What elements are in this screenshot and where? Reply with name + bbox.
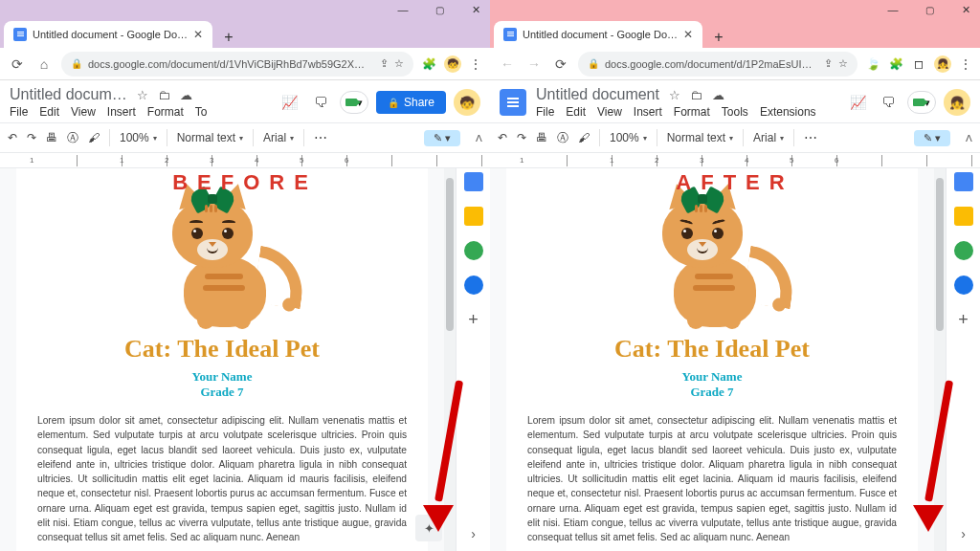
doc-heading[interactable]: Cat: The Ideal Pet — [527, 335, 897, 364]
share-url-icon[interactable]: ⇪ — [824, 57, 833, 70]
comments-icon[interactable]: 🗨 — [877, 91, 900, 114]
extension-icon-2[interactable]: ◻ — [911, 56, 926, 72]
scrollbar[interactable] — [444, 168, 456, 551]
cat-image[interactable] — [37, 182, 407, 335]
star-icon[interactable]: ☆ — [137, 88, 148, 102]
editing-mode-button[interactable]: ✎ ▾ — [914, 130, 950, 146]
ruler[interactable]: 1 1 2 3 4 5 6 — [0, 153, 490, 168]
chrome-menu-icon[interactable]: ⋮ — [959, 56, 972, 72]
doc-heading[interactable]: Cat: The Ideal Pet — [37, 335, 407, 364]
keep-icon[interactable] — [954, 207, 973, 226]
keep-icon[interactable] — [464, 207, 483, 226]
address-field[interactable]: 🔒 docs.google.com/document/d/1P2maEsUIHS… — [578, 52, 858, 77]
hide-panel-icon[interactable]: › — [471, 526, 476, 541]
calendar-icon[interactable] — [464, 172, 483, 191]
tab-close-icon[interactable]: ✕ — [193, 28, 203, 41]
menu-view[interactable]: View — [71, 105, 96, 119]
zoom-dropdown[interactable]: 100% — [610, 131, 647, 144]
window-max-icon[interactable] — [433, 3, 446, 16]
collapse-toolbar-icon[interactable]: ᐱ — [966, 133, 972, 143]
profile-avatar-icon[interactable]: 🧒 — [444, 55, 461, 73]
editing-mode-button[interactable]: ✎ ▾ — [424, 130, 460, 146]
menu-insert[interactable]: Insert — [634, 105, 662, 119]
docs-logo-icon[interactable] — [500, 89, 526, 116]
move-icon[interactable]: 🗀 — [158, 88, 170, 102]
menu-insert[interactable]: Insert — [107, 105, 136, 119]
redo-icon[interactable]: ↷ — [27, 131, 36, 144]
share-button[interactable]: Share — [376, 91, 446, 114]
chrome-menu-icon[interactable]: ⋮ — [469, 56, 482, 72]
doc-author[interactable]: Your Name — [527, 369, 897, 385]
contacts-icon[interactable] — [954, 276, 973, 295]
extension-icon[interactable]: 🍃 — [865, 56, 880, 72]
font-dropdown[interactable]: Arial — [263, 131, 294, 144]
cloud-status-icon[interactable]: ☁ — [712, 88, 724, 102]
add-addon-icon[interactable]: + — [958, 310, 969, 330]
doc-author[interactable]: Your Name — [37, 369, 407, 385]
undo-icon[interactable]: ↶ — [8, 131, 17, 144]
style-dropdown[interactable]: Normal text — [177, 131, 243, 144]
menu-tools[interactable]: To — [195, 105, 208, 119]
spellcheck-icon[interactable]: Ⓐ — [557, 130, 568, 146]
menu-extensions[interactable]: Extensions — [760, 105, 816, 119]
window-close-icon[interactable] — [959, 3, 972, 16]
tasks-icon[interactable] — [954, 241, 973, 260]
menu-view[interactable]: View — [597, 105, 622, 119]
cloud-status-icon[interactable]: ☁ — [180, 88, 192, 102]
doc-body[interactable]: Lorem ipsum dolor sit amet, consectetur … — [37, 413, 407, 545]
meet-icon[interactable]: ▾ — [340, 91, 368, 114]
calendar-icon[interactable] — [954, 172, 973, 191]
tab-close-icon[interactable]: ✕ — [683, 28, 693, 41]
collapse-toolbar-icon[interactable]: ᐱ — [476, 133, 482, 143]
profile-avatar-icon[interactable]: 👧 — [934, 55, 951, 73]
browser-tab[interactable]: Untitled document - Google Do… ✕ — [4, 21, 212, 48]
reload-icon[interactable]: ⟳ — [8, 55, 27, 74]
extensions-menu-icon[interactable]: 🧩 — [888, 56, 903, 72]
account-avatar-icon[interactable]: 👧 — [944, 89, 970, 116]
window-min-icon[interactable] — [396, 3, 410, 16]
docs-title[interactable]: Untitled docum… ☆ 🗀 ☁ — [10, 86, 269, 103]
browser-tab[interactable]: Untitled document - Google Do… ✕ — [494, 21, 702, 48]
explore-button[interactable]: ✦ — [415, 515, 442, 541]
cat-image[interactable] — [527, 182, 897, 335]
more-toolbar-icon[interactable]: ⋯ — [804, 130, 818, 145]
extension-icon[interactable]: 🧩 — [421, 56, 436, 72]
bookmark-icon[interactable]: ☆ — [394, 57, 404, 70]
menu-file[interactable]: File — [10, 105, 28, 119]
spellcheck-icon[interactable]: Ⓐ — [67, 130, 78, 146]
account-avatar-icon[interactable]: 🧒 — [454, 89, 480, 116]
activity-icon[interactable]: 📈 — [846, 91, 869, 114]
menu-edit[interactable]: Edit — [39, 105, 59, 119]
bookmark-icon[interactable]: ☆ — [838, 57, 848, 70]
redo-icon[interactable]: ↷ — [517, 131, 526, 144]
more-toolbar-icon[interactable]: ⋯ — [314, 130, 328, 145]
meet-icon[interactable]: ▾ — [907, 91, 936, 114]
star-icon[interactable]: ☆ — [669, 88, 680, 102]
menu-file[interactable]: File — [536, 105, 554, 119]
move-icon[interactable]: 🗀 — [690, 88, 702, 102]
doc-grade[interactable]: Grade 7 — [527, 385, 897, 400]
window-min-icon[interactable] — [886, 3, 900, 16]
scrollbar[interactable] — [934, 168, 946, 551]
print-icon[interactable]: 🖶 — [536, 131, 547, 144]
window-max-icon[interactable] — [923, 3, 936, 16]
forward-icon[interactable]: → — [524, 55, 544, 74]
doc-body[interactable]: Lorem ipsum dolor sit amet, consectetur … — [527, 413, 897, 545]
menu-format[interactable]: Format — [147, 105, 184, 119]
new-tab-button[interactable]: + — [708, 27, 729, 48]
add-addon-icon[interactable]: + — [468, 310, 479, 330]
docs-title[interactable]: Untitled document ☆ 🗀 ☁ — [536, 86, 836, 103]
font-dropdown[interactable]: Arial — [753, 131, 784, 144]
paint-format-icon[interactable]: 🖌 — [88, 131, 100, 144]
share-url-icon[interactable]: ⇪ — [380, 57, 389, 70]
menu-format[interactable]: Format — [674, 105, 710, 119]
paint-format-icon[interactable]: 🖌 — [578, 131, 590, 144]
reload-icon[interactable]: ⟳ — [551, 55, 570, 74]
new-tab-button[interactable]: + — [218, 27, 239, 48]
print-icon[interactable]: 🖶 — [46, 131, 57, 144]
hide-panel-icon[interactable]: › — [961, 526, 966, 541]
back-icon[interactable]: ← — [498, 55, 517, 74]
document-page[interactable]: Cat: The Ideal Pet Your Name Grade 7 Lor… — [506, 168, 918, 551]
tasks-icon[interactable] — [464, 241, 483, 260]
window-close-icon[interactable] — [469, 3, 482, 16]
